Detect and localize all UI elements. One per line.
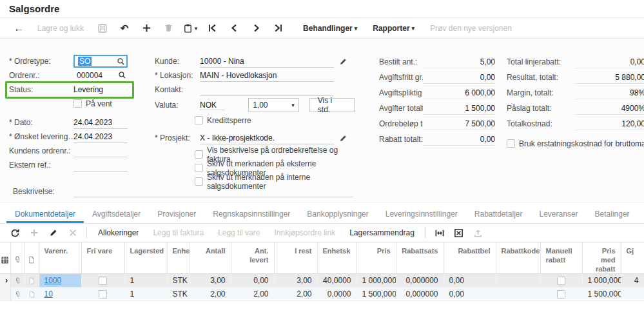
pris-med-rabatt-cell[interactable]: 1 500,0000 (582, 288, 621, 301)
column-header-ant-levert[interactable]: Ant. levert (231, 242, 274, 274)
pa-vent-checkbox[interactable] (73, 99, 82, 108)
rabattkode-cell[interactable] (496, 288, 540, 301)
column-header-rabattsats[interactable]: Rabattsats (396, 242, 444, 274)
pris-cell[interactable]: 1 000,0000 (356, 274, 396, 288)
i-rest-cell[interactable]: 3,00 (274, 274, 317, 288)
prosjekt-input[interactable]: X - Ikke-prosjektkode. (200, 132, 334, 144)
column-header-enhet[interactable]: Enhe (167, 242, 190, 274)
ant-levert-cell[interactable]: 0,00 (231, 274, 274, 288)
tab-totalt[interactable]: Totalt (638, 205, 644, 223)
behandlinger-menu[interactable]: Behandlinger ▾ (295, 20, 365, 37)
antall-cell[interactable]: 2,00 (190, 288, 231, 301)
pencil-icon[interactable] (339, 134, 347, 142)
tab-leveringsinnstillinger[interactable]: Leveringsinnstillinger (377, 205, 466, 223)
vis-beskrivelse-checkbox[interactable] (195, 150, 203, 159)
rabattsats-cell[interactable]: 0,000000 (396, 274, 444, 288)
column-header-antall[interactable]: Antall (190, 242, 231, 274)
tab-rabattdetaljer[interactable]: Rabattdetaljer (466, 205, 531, 223)
enhet-cell[interactable]: STK (167, 274, 190, 288)
grid-row-2[interactable]: 10 1 STK 2,00 2,00 2,00 0,0000 1 500,000… (0, 288, 644, 301)
manuell-rabatt-checkbox[interactable] (557, 277, 565, 285)
row-note-cell[interactable] (24, 274, 39, 288)
pris-med-rabatt-cell[interactable]: 1 000,0000 (582, 274, 621, 288)
onsket-levering-input[interactable]: 24.04.2023 (73, 130, 128, 143)
manuell-rabatt-cell[interactable] (540, 274, 582, 288)
delete-row-button[interactable] (63, 225, 83, 240)
fri-vare-cell[interactable] (81, 288, 124, 301)
ordrenr-input[interactable]: 000004 (73, 69, 128, 82)
antall-cell[interactable]: 3,00 (190, 274, 231, 288)
column-header-lagersted[interactable]: Lagersted (124, 242, 167, 274)
go-first-button[interactable] (201, 20, 223, 37)
column-header-rabattbel[interactable]: Rabattbel (444, 242, 496, 274)
fri-vare-checkbox[interactable] (99, 290, 107, 299)
allokeringer-button[interactable]: Allokeringer (91, 225, 146, 240)
go-last-button[interactable] (267, 20, 289, 37)
valuta-code-input[interactable]: NOK (200, 101, 225, 110)
gj-cell[interactable] (621, 288, 644, 301)
note-column-header[interactable] (24, 242, 39, 274)
manuell-rabatt-checkbox[interactable] (557, 290, 565, 299)
magnifier-icon[interactable] (117, 57, 125, 66)
rabattsats-cell[interactable]: 0,000000 (396, 288, 444, 301)
kunde-input[interactable]: 10000 - Nina (200, 55, 334, 68)
save-button[interactable] (92, 20, 113, 37)
column-header-manuell-rabatt[interactable]: Manuell rabatt (540, 242, 582, 274)
lagersted-cell[interactable]: 1 (124, 288, 167, 301)
tab-dokumentdetaljer[interactable]: Dokumentdetaljer (6, 205, 84, 223)
ordretype-input[interactable]: SO (73, 55, 128, 68)
innkjopsordre-link-button[interactable]: Innkjøpsordre link (267, 225, 342, 240)
column-header-i-rest[interactable]: I rest (274, 242, 317, 274)
tab-regnskapsinnstillinger[interactable]: Regnskapsinnstillinger (204, 205, 298, 223)
kundens-ordrenr-input[interactable] (73, 144, 128, 157)
i-rest-cell[interactable]: 2,00 (274, 288, 317, 301)
pris-cell[interactable]: 1 500,0000 (356, 288, 396, 301)
column-header-enhetsk[interactable]: Enhetsk (317, 242, 356, 274)
rapporter-menu[interactable]: Rapporter ▾ (365, 20, 422, 37)
save-and-close-button[interactable]: Lagre og lukk (30, 20, 92, 37)
varenr-link[interactable]: 10 (44, 289, 53, 299)
kontakt-input[interactable] (200, 83, 334, 96)
row-note-cell[interactable] (24, 288, 39, 301)
column-header-rabattkode[interactable]: Rabattkode (496, 242, 540, 274)
rabattbel-cell[interactable]: 0,00 (444, 274, 496, 288)
undo-button[interactable]: ↶ (113, 20, 135, 37)
export-excel-button[interactable] (449, 225, 469, 240)
legg-til-vare-button[interactable]: Legg til vare (211, 225, 267, 240)
grid-row-1[interactable]: › 1000 1 STK 3,00 0,00 3,00 40,0000 1 00… (0, 274, 644, 288)
enhetsk-cell[interactable]: 0,0000 (317, 288, 356, 301)
tab-provisjoner[interactable]: Provisjoner (149, 205, 204, 223)
magnifier-icon[interactable] (118, 71, 126, 79)
varenr-link[interactable]: 1000 (44, 276, 62, 285)
ant-levert-cell[interactable]: 2,00 (231, 288, 274, 301)
row-attachment-cell[interactable] (10, 288, 24, 301)
try-new-version-button[interactable]: Prøv den nye versjonen (422, 20, 520, 37)
varenr-cell[interactable]: 1000 (39, 274, 81, 288)
column-header-pris[interactable]: Pris (356, 242, 396, 274)
manuell-rabatt-cell[interactable] (540, 288, 582, 301)
column-header-pris-med-rabatt[interactable]: Pris med rabatt (582, 242, 621, 274)
column-header-varenr[interactable]: Varenr. (39, 242, 81, 274)
valuta-rate-dropdown[interactable]: 1,00 ▾ (248, 98, 299, 112)
eksterne-salgsdok-checkbox[interactable] (195, 164, 203, 172)
varenr-cell[interactable]: 10 (39, 288, 81, 301)
enhetsk-cell[interactable]: 40,0000 (317, 274, 356, 288)
go-next-button[interactable] (245, 20, 267, 37)
fri-vare-cell[interactable] (81, 274, 124, 288)
row-attachment-cell[interactable] (10, 274, 24, 288)
tab-betalinger[interactable]: Betalinger (587, 205, 638, 223)
legg-til-faktura-button[interactable]: Legg til faktura (146, 225, 211, 240)
lokasjon-input[interactable]: MAIN - Hovedlokasjon (200, 69, 334, 82)
enhet-cell[interactable]: STK (167, 288, 190, 301)
fri-vare-checkbox[interactable] (99, 277, 107, 285)
column-header-fri-vare[interactable]: Fri vare (81, 242, 124, 274)
vis-i-std-button[interactable]: Vis i std. (309, 98, 355, 112)
delete-button[interactable] (157, 20, 179, 37)
lagersammendrag-button[interactable]: Lagersammendrag (342, 225, 422, 240)
kredittsperre-checkbox[interactable] (195, 116, 203, 124)
pencil-icon[interactable] (339, 57, 347, 66)
upload-button[interactable] (469, 225, 488, 240)
fit-width-button[interactable] (430, 225, 449, 240)
lagersted-cell[interactable]: 1 (124, 274, 167, 288)
back-button[interactable]: ← (8, 20, 30, 37)
